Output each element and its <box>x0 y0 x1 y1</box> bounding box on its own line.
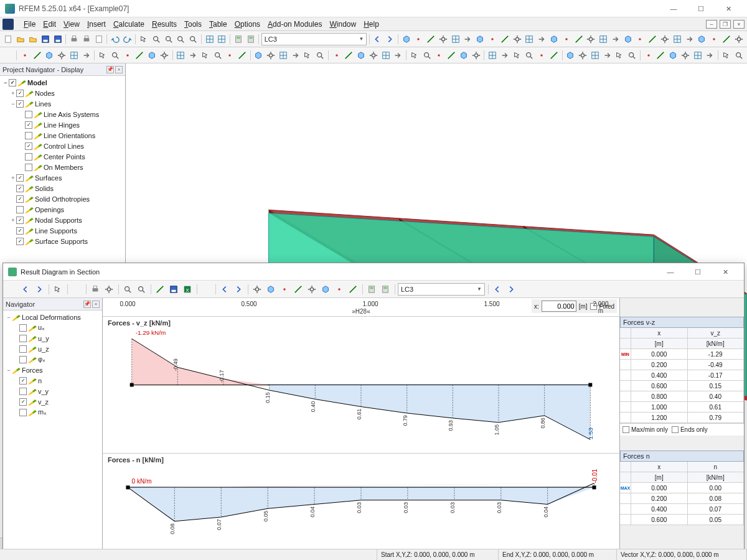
dialog-close-button[interactable]: ✕ <box>712 265 739 279</box>
dlg-mid-0-icon[interactable] <box>251 283 263 296</box>
result-tree-item-6[interactable]: n <box>3 375 102 386</box>
checkbox[interactable] <box>16 206 24 213</box>
tool-r1-20-icon[interactable] <box>647 33 659 45</box>
tool-r2-54-icon[interactable] <box>720 49 732 62</box>
result-tree-item-4[interactable]: φₓ <box>3 354 102 365</box>
dlg-mid-1-icon[interactable] <box>265 283 277 296</box>
tool-r2-39-icon[interactable] <box>524 49 535 62</box>
checkbox[interactable] <box>19 356 27 363</box>
menu-file[interactable]: File <box>20 19 39 30</box>
tool-r2-19-icon[interactable] <box>265 49 277 62</box>
menu-results[interactable]: Results <box>148 19 181 30</box>
new-icon[interactable] <box>2 33 14 45</box>
copy-icon[interactable] <box>93 33 105 45</box>
dlg-mid-6-icon[interactable] <box>333 283 345 296</box>
project-tree-item-4[interactable]: Line Hinges <box>0 119 125 130</box>
project-tree-item-9[interactable]: +Surfaces <box>0 172 125 183</box>
dlg-pick-icon[interactable] <box>52 283 64 296</box>
tool-r1-2-icon[interactable] <box>425 33 437 45</box>
tool-r1-10-icon[interactable] <box>524 33 535 45</box>
tool-r1-22-icon[interactable] <box>671 33 683 45</box>
project-tree-item-10[interactable]: Solids <box>0 183 125 194</box>
checkbox[interactable] <box>25 164 32 171</box>
dlg-opt-icon[interactable] <box>103 283 115 296</box>
maximize-button[interactable]: ☐ <box>687 2 715 16</box>
dialog-maximize-button[interactable]: ☐ <box>684 265 712 279</box>
project-tree-item-6[interactable]: Control Lines <box>0 141 125 151</box>
dlg-lc-next-icon[interactable] <box>505 283 517 296</box>
dlg-zoomfit-icon[interactable] <box>121 283 134 296</box>
tool-r2-16-icon[interactable] <box>224 49 236 62</box>
tool-r1-12-icon[interactable] <box>548 33 560 45</box>
maxmin-checkbox[interactable] <box>622 426 629 433</box>
tool-r2-36-icon[interactable] <box>487 49 499 62</box>
checkbox[interactable] <box>19 398 27 406</box>
tool-r2-1-icon[interactable] <box>31 49 43 62</box>
menu-calculate[interactable]: Calculate <box>110 19 148 30</box>
tool-r2-49-icon[interactable] <box>655 49 667 62</box>
tool-r2-13-icon[interactable] <box>187 49 199 62</box>
project-tree-item-2[interactable]: −Lines <box>0 98 125 109</box>
tool-r1-8-icon[interactable] <box>499 33 510 45</box>
menu-tools[interactable]: Tools <box>181 19 205 30</box>
prev-lc-icon[interactable] <box>372 33 383 45</box>
dlg-prev-icon[interactable] <box>19 283 32 296</box>
ends-checkbox[interactable] <box>672 426 679 433</box>
tool-r2-11-icon[interactable] <box>158 49 170 62</box>
tool-r2-55-icon[interactable] <box>733 49 745 62</box>
checkbox[interactable] <box>16 227 24 235</box>
close-button[interactable]: ✕ <box>715 2 742 16</box>
tool-r2-31-icon[interactable] <box>421 49 433 62</box>
dlg-smooth-icon[interactable] <box>154 283 166 296</box>
tool-r2-51-icon[interactable] <box>679 49 691 62</box>
tool-r2-33-icon[interactable] <box>446 49 458 62</box>
tool-r2-50-icon[interactable] <box>667 49 679 62</box>
tool-r1-7-icon[interactable] <box>487 33 499 45</box>
project-tree-item-1[interactable]: +Nodes <box>0 88 125 98</box>
select-icon[interactable] <box>138 33 150 45</box>
result-tree-item-3[interactable]: u_z <box>3 343 102 354</box>
dlg-combo2[interactable]: undefined <box>70 283 83 296</box>
dlg-zoomwin-icon[interactable] <box>135 283 148 296</box>
menu-options[interactable]: Options <box>231 19 264 30</box>
dialog-tree[interactable]: −Local Deformationsuₓu_yu_zφₓ−Forcesnv_y… <box>3 310 102 549</box>
dlg-next-icon[interactable] <box>33 283 45 296</box>
project-tree-item-7[interactable]: Center Points <box>0 151 125 162</box>
save-all-icon[interactable] <box>52 33 63 45</box>
grid-icon[interactable] <box>204 33 215 45</box>
checkbox[interactable] <box>16 185 24 192</box>
tool-r2-38-icon[interactable] <box>511 49 523 62</box>
project-tree-item-0[interactable]: −Model <box>0 77 125 88</box>
tool-r2-45-icon[interactable] <box>601 49 613 62</box>
tool-r2-17-icon[interactable] <box>237 49 248 62</box>
dlg-save-icon[interactable] <box>167 283 180 296</box>
tool-r2-7-icon[interactable] <box>109 49 121 62</box>
minimize-button[interactable]: — <box>660 2 687 16</box>
save-icon[interactable] <box>39 33 51 45</box>
checkbox[interactable] <box>16 195 24 203</box>
tool-r2-5-icon[interactable] <box>80 49 92 62</box>
tool-r1-24-icon[interactable] <box>696 33 708 45</box>
tool-r1-23-icon[interactable] <box>684 33 695 45</box>
checkbox[interactable] <box>16 238 24 245</box>
open2-icon[interactable] <box>27 33 39 45</box>
dlg-lc-prev-icon[interactable] <box>491 283 504 296</box>
project-tree-item-12[interactable]: Openings <box>0 204 125 215</box>
tool-r2-47-icon[interactable] <box>626 49 638 62</box>
table-n[interactable]: xn[m][kN/m]MAX0.0000.000.2000.080.4000.0… <box>620 462 744 525</box>
tool-r1-13-icon[interactable] <box>560 33 572 45</box>
tool-r1-19-icon[interactable] <box>634 33 646 45</box>
tool-r1-4-icon[interactable] <box>449 33 461 45</box>
dlg-mid-4-icon[interactable] <box>306 283 318 296</box>
dlg-mid-2-icon[interactable] <box>278 283 291 296</box>
zoomd-icon[interactable] <box>187 33 199 45</box>
tool-r2-6-icon[interactable] <box>97 49 109 62</box>
tool-r2-42-icon[interactable] <box>565 49 576 62</box>
checkbox[interactable] <box>19 409 27 416</box>
redo-icon[interactable] <box>121 33 133 45</box>
dlg-combo3[interactable]: undefined <box>200 283 212 296</box>
tool-r2-37-icon[interactable] <box>499 49 510 62</box>
tool-r1-9-icon[interactable] <box>511 33 523 45</box>
tool-r2-3-icon[interactable] <box>56 49 68 62</box>
menu-addonmodules[interactable]: Add-on Modules <box>264 19 326 30</box>
